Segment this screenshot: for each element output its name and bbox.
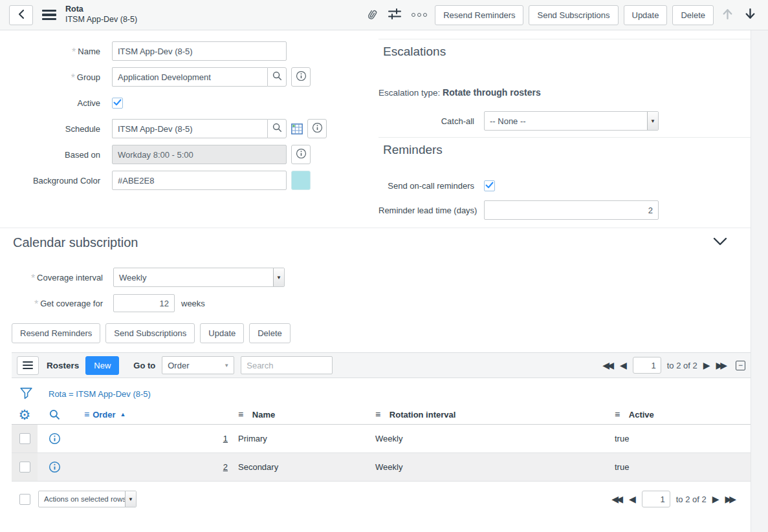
- row-actions-select[interactable]: Actions on selected rows... ▼: [38, 491, 137, 507]
- form-context-menu-icon[interactable]: [42, 8, 56, 23]
- rota-record-screen: Rota ITSM App-Dev (8-5) Resend Reminders…: [0, 0, 768, 532]
- column-header-name[interactable]: ≡ Name: [232, 405, 369, 424]
- group-label-wrap: * Group: [0, 72, 100, 82]
- order-link[interactable]: 1: [223, 434, 228, 443]
- list-personalize-gear-icon[interactable]: ⚙: [19, 408, 31, 421]
- next-page-icon[interactable]: ▶: [703, 361, 710, 370]
- lead-time-input[interactable]: [484, 200, 659, 220]
- update-button[interactable]: Update: [200, 323, 244, 343]
- previous-page-icon[interactable]: ◀: [620, 361, 627, 370]
- required-icon: *: [71, 75, 75, 81]
- column-header-rotation-interval[interactable]: ≡ Rotation interval: [369, 405, 608, 424]
- attachment-button[interactable]: [363, 6, 380, 24]
- next-record-button[interactable]: [741, 8, 759, 22]
- calendar-subscription-section: Calendar subscription * Coverage interva…: [0, 228, 751, 323]
- resend-reminders-button[interactable]: Resend Reminders: [12, 323, 100, 343]
- list-pager-bottom: ◀◀ ◀ to 2 of 2 ▶ ▶▶: [611, 491, 736, 507]
- group-input[interactable]: [112, 67, 267, 87]
- color-swatch[interactable]: [291, 171, 311, 190]
- based-on-label: Based on: [65, 150, 100, 160]
- delete-button[interactable]: Delete: [249, 323, 291, 343]
- section-divider: [379, 39, 751, 39]
- chevron-left-icon: [18, 10, 25, 21]
- active-checkbox[interactable]: [112, 98, 123, 109]
- row-actions-value: Actions on selected rows...: [39, 491, 125, 507]
- form-footer-buttons: Resend Reminders Send Subscriptions Upda…: [12, 323, 291, 343]
- previous-page-icon[interactable]: ◀: [629, 495, 636, 504]
- more-options-button[interactable]: [409, 12, 430, 18]
- dropdown-arrow-icon: ▼: [224, 363, 229, 368]
- send-subscriptions-button[interactable]: Send Subscriptions: [105, 323, 195, 343]
- cell-rotation-interval: Weekly: [369, 425, 608, 452]
- back-button[interactable]: [9, 5, 33, 25]
- group-preview-button[interactable]: [291, 67, 311, 87]
- name-input[interactable]: [112, 41, 287, 61]
- page-range-label: to 2 of 2: [667, 361, 697, 370]
- collapse-section-button[interactable]: [709, 237, 731, 248]
- escalation-type-line: Escalation type: Rotate through rosters: [379, 87, 541, 98]
- scrollbar-gutter[interactable]: [751, 30, 768, 532]
- new-roster-button[interactable]: New: [85, 356, 119, 375]
- based-on-field-row: Based on: [0, 145, 311, 164]
- filter-breadcrumb[interactable]: Rota = ITSM App-Dev (8-5): [49, 389, 151, 399]
- page-range-label: to 2 of 2: [676, 495, 707, 504]
- column-header-active[interactable]: ≡ Active: [608, 405, 751, 424]
- filter-funnel-icon[interactable]: [19, 387, 33, 400]
- list-search-input[interactable]: [241, 356, 333, 374]
- send-reminders-label: Send on-call reminders: [379, 181, 474, 191]
- based-on-preview-button[interactable]: [291, 145, 311, 164]
- required-icon: *: [72, 49, 76, 56]
- grid-header-row: ⚙ ≡ Order ▲ ≡ Name ≡ Rotation interval ≡…: [12, 405, 751, 425]
- first-page-icon[interactable]: ◀◀: [602, 361, 611, 370]
- search-icon: [272, 71, 282, 83]
- row-info-icon[interactable]: [49, 432, 61, 445]
- order-link[interactable]: 2: [223, 462, 228, 472]
- schedule-calendar-icon[interactable]: [291, 123, 303, 134]
- get-coverage-label: Get coverage for: [40, 299, 103, 308]
- update-button[interactable]: Update: [624, 5, 668, 25]
- column-menu-icon: ≡: [375, 409, 380, 420]
- page-number-input[interactable]: [642, 491, 670, 507]
- page-number-input[interactable]: [633, 357, 661, 374]
- resend-reminders-button[interactable]: Resend Reminders: [435, 5, 523, 25]
- row-checkbox[interactable]: [19, 462, 30, 473]
- goto-field-select[interactable]: Order ▼: [162, 356, 234, 374]
- goto-label: Go to: [133, 361, 155, 370]
- based-on-input: [112, 145, 287, 164]
- group-lookup-button[interactable]: [267, 67, 287, 87]
- check-icon: [113, 97, 122, 109]
- name-label-wrap: * Name: [0, 47, 100, 56]
- coverage-interval-field-row: * Coverage interval Weekly ▼: [0, 268, 285, 287]
- previous-record-button[interactable]: [719, 8, 736, 22]
- row-info-icon[interactable]: [49, 461, 61, 473]
- active-label: Active: [78, 98, 100, 108]
- last-page-icon[interactable]: ▶▶: [725, 495, 734, 504]
- catch-all-select[interactable]: -- None -- ▼: [484, 111, 659, 131]
- send-reminders-checkbox[interactable]: [484, 180, 495, 191]
- list-context-menu-button[interactable]: [17, 356, 39, 375]
- group-label: Group: [77, 72, 100, 82]
- required-icon: *: [34, 301, 38, 308]
- get-coverage-input[interactable]: [113, 294, 175, 312]
- schedule-preview-button[interactable]: [307, 119, 327, 138]
- last-page-icon[interactable]: ▶▶: [716, 361, 725, 370]
- personalize-form-button[interactable]: [386, 7, 404, 23]
- row-checkbox[interactable]: [19, 433, 30, 444]
- header-actions: Resend Reminders Send Subscriptions Upda…: [363, 5, 759, 25]
- coverage-interval-label: Coverage interval: [37, 273, 103, 282]
- column-menu-icon: ≡: [238, 409, 243, 420]
- coverage-interval-select[interactable]: Weekly ▼: [113, 268, 285, 287]
- send-subscriptions-button[interactable]: Send Subscriptions: [529, 5, 618, 25]
- list-search-icon[interactable]: [49, 409, 60, 420]
- info-icon: [296, 148, 307, 161]
- cell-name: Primary: [232, 425, 369, 452]
- schedule-input[interactable]: [112, 119, 267, 138]
- first-page-icon[interactable]: ◀◀: [611, 495, 620, 504]
- column-header-order[interactable]: ≡ Order ▲: [71, 405, 232, 424]
- collapse-list-icon[interactable]: −: [736, 361, 745, 370]
- select-all-checkbox[interactable]: [19, 494, 30, 505]
- schedule-lookup-button[interactable]: [267, 119, 287, 138]
- background-color-input[interactable]: [112, 171, 287, 190]
- next-page-icon[interactable]: ▶: [712, 495, 719, 504]
- delete-button[interactable]: Delete: [672, 5, 714, 25]
